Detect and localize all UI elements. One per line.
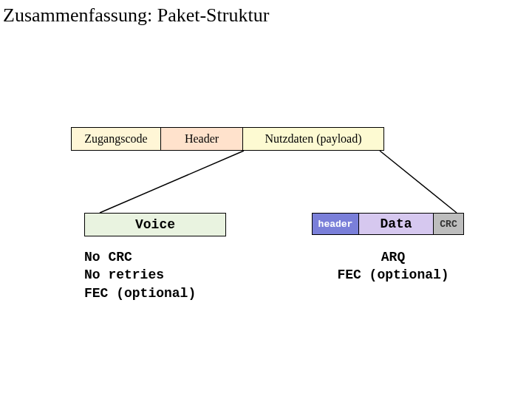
data-segment-body: Data bbox=[358, 213, 434, 235]
data-notes: ARQ FEC (optional) bbox=[319, 248, 467, 284]
segment-access-code: Zugangscode bbox=[72, 128, 161, 150]
svg-line-1 bbox=[380, 151, 457, 213]
svg-line-0 bbox=[100, 151, 244, 213]
voice-payload-box: Voice bbox=[84, 213, 226, 236]
segment-header: Header bbox=[161, 128, 243, 150]
connector-lines bbox=[0, 0, 532, 399]
data-payload-box: header Data CRC bbox=[312, 213, 464, 235]
packet-structure: Zugangscode Header Nutzdaten (payload) bbox=[71, 127, 384, 151]
page-title: Zusammenfassung: Paket-Struktur bbox=[3, 4, 269, 27]
voice-notes: No CRC No retries FEC (optional) bbox=[84, 248, 196, 302]
data-segment-header: header bbox=[312, 213, 359, 235]
segment-payload: Nutzdaten (payload) bbox=[243, 128, 383, 150]
data-segment-crc: CRC bbox=[433, 213, 464, 235]
